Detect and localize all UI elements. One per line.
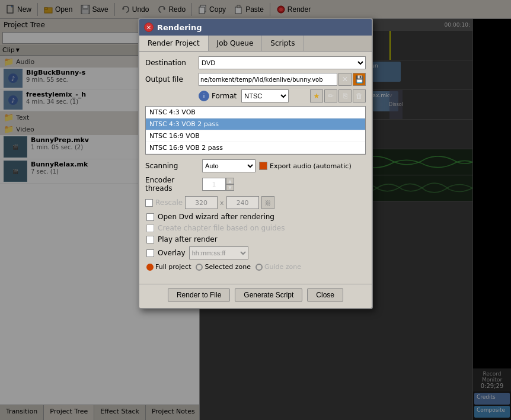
destination-select[interactable]: DVD: [199, 56, 366, 69]
format-star-btn[interactable]: ★: [310, 89, 323, 102]
format-copy-btn[interactable]: ⎘: [338, 89, 352, 102]
rescale-label: Rescale: [155, 198, 183, 207]
overlay-row: Overlay hh:mm:ss:ff: [145, 246, 366, 259]
spinner-down[interactable]: ▼: [226, 184, 234, 191]
create-chapter-row: Create chapter file based on guides: [145, 224, 366, 232]
selected-zone-radio[interactable]: Selected zone: [196, 263, 250, 271]
format-edit-btn[interactable]: ✏: [324, 89, 337, 102]
full-project-label: Full project: [155, 263, 191, 271]
profile-item[interactable]: NTSC 16:9 VOB: [146, 130, 365, 142]
full-project-radio-circle: [146, 264, 154, 271]
output-file-label: Output file: [145, 75, 199, 84]
render-dialog: ✕ Rendering Render Project Job Queue Scr…: [138, 18, 373, 309]
open-dvd-checkbox[interactable]: [146, 213, 154, 221]
destination-label: Destination: [145, 59, 199, 67]
spinner-up[interactable]: ▲: [226, 178, 234, 184]
export-audio-check: Export audio (automatic): [259, 162, 352, 170]
format-row: i Format NTSC ★ ✏ ⎘ 🗑: [145, 89, 366, 102]
guide-zone-radio-circle: [256, 264, 263, 271]
create-chapter-label: Create chapter file based on guides: [158, 224, 285, 232]
dialog-titlebar: ✕ Rendering: [139, 19, 372, 36]
close-button[interactable]: Close: [307, 288, 343, 302]
dialog-close-btn[interactable]: ✕: [144, 23, 154, 32]
project-zone-row: Full project Selected zone Guide zone: [145, 263, 366, 271]
format-select[interactable]: NTSC: [241, 89, 289, 102]
guide-zone-label: Guide zone: [264, 263, 301, 271]
output-file-input[interactable]: ne/tomkent/temp/Vid/kdenlive/bunny.vob: [199, 73, 337, 86]
scanning-label: Scanning: [145, 162, 199, 170]
format-delete-btn[interactable]: 🗑: [353, 89, 366, 102]
dialog-title: Rendering: [157, 23, 202, 32]
encoder-label: Encoder threads: [145, 176, 199, 193]
profile-item-selected[interactable]: NTSC 4:3 VOB 2 pass: [146, 118, 365, 130]
rescale-checkbox[interactable]: [145, 199, 153, 207]
selected-zone-radio-circle: [196, 264, 203, 271]
selected-zone-label: Selected zone: [205, 263, 250, 271]
encoder-row: Encoder threads 1 ▲ ▼: [145, 176, 366, 193]
output-file-clear-btn[interactable]: ✕: [338, 73, 352, 86]
profile-list: NTSC 4:3 VOB NTSC 4:3 VOB 2 pass NTSC 16…: [145, 106, 366, 155]
dialog-footer: Render to File Generate Script Close: [139, 284, 372, 308]
full-project-radio[interactable]: Full project: [146, 263, 191, 271]
output-file-row: Output file ne/tomkent/temp/Vid/kdenlive…: [145, 73, 366, 86]
height-input[interactable]: 240: [226, 196, 259, 209]
destination-row: Destination DVD: [145, 56, 366, 69]
export-audio-checkbox[interactable]: [259, 162, 267, 170]
open-dvd-label: Open Dvd wizard after rendering: [158, 213, 274, 221]
destination-control: DVD: [199, 56, 366, 69]
spinner-arrows: ▲ ▼: [226, 178, 234, 191]
dialog-body: Destination DVD Output file ne/tomkent/t…: [139, 52, 372, 281]
play-after-render-label: Play after render: [158, 235, 218, 243]
encoder-spinner: 1 ▲ ▼: [202, 178, 234, 191]
output-file-browse-btn[interactable]: 💾: [353, 73, 366, 86]
scanning-row: Scanning Auto Export audio (automatic): [145, 159, 366, 172]
render-to-file-button[interactable]: Render to File: [168, 288, 230, 302]
encoder-value[interactable]: 1: [202, 178, 226, 191]
play-after-render-checkbox[interactable]: [146, 236, 154, 243]
scanning-select[interactable]: Auto: [202, 159, 256, 172]
generate-script-button[interactable]: Generate Script: [235, 288, 302, 302]
open-dvd-row: Open Dvd wizard after rendering: [145, 213, 366, 221]
output-file-control: ne/tomkent/temp/Vid/kdenlive/bunny.vob ✕…: [199, 73, 366, 86]
tab-scripts[interactable]: Scripts: [262, 36, 304, 51]
dialog-tabs: Render Project Job Queue Scripts: [139, 36, 372, 52]
guide-zone-radio[interactable]: Guide zone: [256, 263, 301, 271]
aspect-lock-btn[interactable]: ⛓: [261, 196, 274, 209]
tab-job-queue[interactable]: Job Queue: [209, 36, 263, 51]
dialog-overlay: ✕ Rendering Render Project Job Queue Scr…: [0, 0, 511, 420]
format-info-icon[interactable]: i: [199, 91, 209, 101]
tab-render-project[interactable]: Render Project: [139, 36, 209, 51]
export-audio-label: Export audio (automatic): [270, 162, 352, 170]
profile-item[interactable]: NTSC 16:9 VOB 2 pass: [146, 142, 365, 154]
play-after-render-row: Play after render: [145, 235, 366, 243]
x-separator: x: [220, 199, 224, 207]
width-input[interactable]: 320: [185, 196, 218, 209]
format-buttons: ★ ✏ ⎘ 🗑: [310, 89, 366, 102]
format-text-label: Format: [212, 92, 237, 100]
overlay-checkbox[interactable]: [146, 249, 154, 257]
format-control: i Format NTSC ★ ✏ ⎘ 🗑: [199, 89, 366, 102]
rescale-row: Rescale 320 x 240 ⛓: [145, 196, 366, 209]
profile-item[interactable]: NTSC 4:3 VOB: [146, 107, 365, 118]
overlay-select[interactable]: hh:mm:ss:ff: [189, 246, 248, 259]
overlay-label: Overlay: [158, 249, 186, 257]
create-chapter-checkbox[interactable]: [146, 225, 154, 232]
